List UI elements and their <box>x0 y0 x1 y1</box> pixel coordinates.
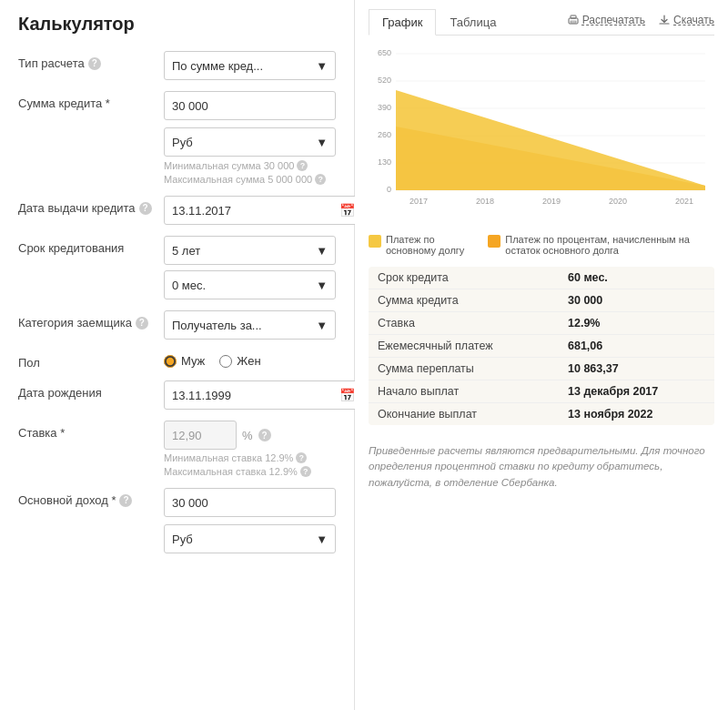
borrower-arrow-icon: ▼ <box>316 319 328 332</box>
chart-legend: Платеж по основному долгу Платеж по проц… <box>369 234 714 256</box>
legend-principal: Платеж по основному долгу <box>369 234 473 256</box>
svg-marker-16 <box>396 90 705 190</box>
summary-value: 681,06 <box>559 335 714 358</box>
gender-row: Пол Муж Жен <box>18 350 336 370</box>
issue-date-input-col: 📅 <box>164 196 363 225</box>
issue-date-input[interactable]: 📅 <box>164 196 363 225</box>
credit-sum-label: Сумма кредита * <box>18 91 164 110</box>
term-months-arrow-icon: ▼ <box>316 279 328 292</box>
svg-text:2021: 2021 <box>675 197 693 206</box>
income-currency-arrow-icon: ▼ <box>316 532 328 546</box>
currency-dropdown[interactable]: Руб ▼ <box>164 127 336 157</box>
tab-table[interactable]: Таблица <box>436 9 510 35</box>
summary-value: 13 декабря 2017 <box>559 380 714 403</box>
download-icon <box>659 15 670 25</box>
right-panel: График Таблица Распечатать Скачать <box>355 0 728 710</box>
term-row: Срок кредитования 5 лет ▼ 0 мес. ▼ <box>18 236 336 299</box>
download-link[interactable]: Скачать <box>659 14 714 26</box>
summary-row: Начало выплат13 декабря 2017 <box>369 380 714 403</box>
left-panel: Калькулятор Тип расчета ? По сумме кред.… <box>0 0 355 710</box>
chart-svg: 650 520 390 260 130 0 2017 2018 2019 202… <box>369 45 714 218</box>
rate-row: Ставка * % ? Минимальная ставка 12.9% ? … <box>18 421 336 477</box>
summary-label: Сумма переплаты <box>369 358 559 380</box>
gender-male-radio[interactable] <box>164 355 177 368</box>
gender-input-col: Муж Жен <box>164 350 336 368</box>
summary-row: Ставка12.9% <box>369 312 714 335</box>
currency-arrow-icon: ▼ <box>316 136 328 149</box>
income-input[interactable] <box>164 488 336 517</box>
print-icon <box>568 15 579 25</box>
summary-label: Срок кредита <box>369 267 559 289</box>
summary-value: 12.9% <box>559 312 714 335</box>
svg-rect-2 <box>571 21 576 23</box>
summary-row: Окончание выплат13 ноября 2022 <box>369 403 714 426</box>
credit-sum-row: Сумма кредита * Руб ▼ Минимальная сумма … <box>18 91 336 185</box>
calc-type-arrow-icon: ▼ <box>316 59 328 73</box>
legend-interest: Платеж по процентам, начисленным на оста… <box>488 234 714 256</box>
issue-date-label: Дата выдачи кредита ? <box>18 196 164 215</box>
income-help-icon[interactable]: ? <box>119 494 132 507</box>
summary-label: Начало выплат <box>369 380 559 403</box>
gender-female-radio[interactable] <box>219 355 232 368</box>
gender-female-option[interactable]: Жен <box>219 354 260 368</box>
svg-text:520: 520 <box>378 76 391 85</box>
gender-male-option[interactable]: Муж <box>164 354 205 368</box>
summary-label: Ставка <box>369 312 559 335</box>
calc-type-help-icon[interactable]: ? <box>88 57 101 70</box>
income-input-col: Руб ▼ <box>164 488 336 553</box>
borrower-dropdown[interactable]: Получатель за... ▼ <box>164 310 336 340</box>
term-months-dropdown[interactable]: 0 мес. ▼ <box>164 270 336 299</box>
rate-input <box>164 421 237 450</box>
rate-input-col: % ? Минимальная ставка 12.9% ? Максималь… <box>164 421 336 477</box>
summary-row: Сумма переплаты10 863,37 <box>369 358 714 380</box>
borrower-input-col: Получатель за... ▼ <box>164 310 336 340</box>
rate-min-help-icon[interactable]: ? <box>296 452 307 463</box>
term-label: Срок кредитования <box>18 236 164 255</box>
issue-date-help-icon[interactable]: ? <box>139 202 152 215</box>
chart-area: 650 520 390 260 130 0 2017 2018 2019 202… <box>369 45 714 227</box>
credit-sum-input[interactable] <box>164 91 336 120</box>
svg-text:0: 0 <box>387 185 391 194</box>
max-sum-hint: Максимальная сумма 5 000 000 ? <box>164 174 336 185</box>
tab-graph[interactable]: График <box>369 9 436 36</box>
tabs-row: График Таблица Распечатать Скачать <box>369 9 714 36</box>
borrower-row: Категория заемщика ? Получатель за... ▼ <box>18 310 336 340</box>
svg-text:130: 130 <box>378 157 391 167</box>
birthdate-row: Дата рождения 📅 <box>18 380 336 410</box>
svg-text:260: 260 <box>378 130 391 139</box>
svg-text:390: 390 <box>378 103 391 112</box>
summary-value: 30 000 <box>559 289 714 312</box>
income-currency-dropdown[interactable]: Руб ▼ <box>164 524 336 553</box>
borrower-label: Категория заемщика ? <box>18 310 164 330</box>
rate-min-hint: Минимальная ставка 12.9% ? <box>164 452 336 463</box>
legend-principal-box <box>369 235 381 248</box>
summary-label: Окончание выплат <box>369 403 559 426</box>
birthdate-input[interactable]: 📅 <box>164 380 363 410</box>
svg-rect-1 <box>571 15 576 18</box>
rate-help-icon[interactable]: ? <box>258 429 271 441</box>
summary-value: 60 мес. <box>559 267 714 289</box>
credit-sum-input-col: Руб ▼ Минимальная сумма 30 000 ? Максима… <box>164 91 336 185</box>
min-sum-help-icon[interactable]: ? <box>297 160 308 171</box>
summary-row: Сумма кредита30 000 <box>369 289 714 312</box>
rate-max-help-icon[interactable]: ? <box>300 466 311 477</box>
gender-label: Пол <box>18 350 164 370</box>
print-link[interactable]: Распечатать <box>568 14 645 26</box>
disclaimer: Приведенные расчеты являются предварител… <box>369 436 714 498</box>
tab-actions: Распечатать Скачать <box>568 14 714 30</box>
summary-row: Срок кредита60 мес. <box>369 267 714 289</box>
rate-pct-label: % <box>242 429 253 442</box>
svg-text:2019: 2019 <box>542 197 561 206</box>
birthdate-label: Дата рождения <box>18 380 164 400</box>
calc-type-dropdown[interactable]: По сумме кред... ▼ <box>164 51 336 80</box>
term-years-dropdown[interactable]: 5 лет ▼ <box>164 236 336 265</box>
max-sum-help-icon[interactable]: ? <box>315 174 326 185</box>
summary-table: Срок кредита60 мес.Сумма кредита30 000Ст… <box>369 267 714 425</box>
income-label: Основной доход * ? <box>18 488 164 507</box>
svg-text:2020: 2020 <box>609 197 627 206</box>
calc-type-label: Тип расчета ? <box>18 51 164 70</box>
calc-type-row: Тип расчета ? По сумме кред... ▼ <box>18 51 336 80</box>
income-row: Основной доход * ? Руб ▼ <box>18 488 336 553</box>
borrower-help-icon[interactable]: ? <box>136 317 148 330</box>
page-title: Калькулятор <box>18 14 336 35</box>
